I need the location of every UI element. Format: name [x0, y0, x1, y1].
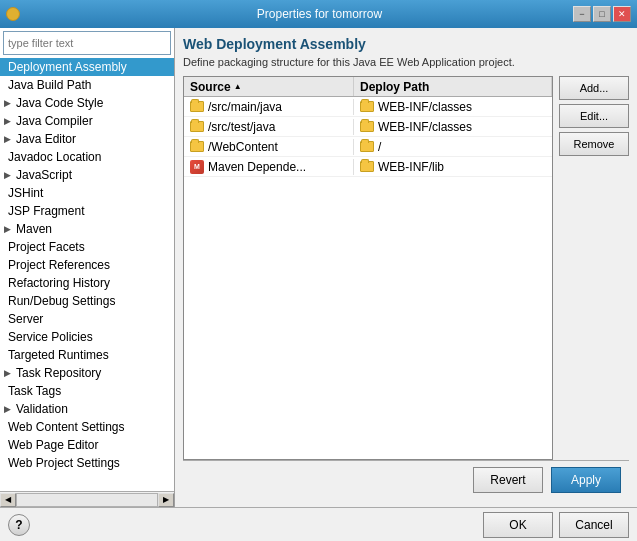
nav-item-label: Project References [8, 258, 110, 272]
remove-button[interactable]: Remove [559, 132, 629, 156]
nav-item-label: Project Facets [8, 240, 85, 254]
nav-item-label: Web Project Settings [8, 456, 120, 470]
deploy-cell: / [354, 139, 552, 155]
nav-item[interactable]: ▶Task Repository [0, 364, 174, 382]
nav-item-label: Server [8, 312, 43, 326]
nav-item[interactable]: ▶Java Compiler [0, 112, 174, 130]
deploy-cell: WEB-INF/classes [354, 119, 552, 135]
folder-icon [360, 101, 374, 112]
nav-item[interactable]: Service Policies [0, 328, 174, 346]
expand-arrow-icon: ▶ [4, 368, 11, 378]
assembly-area: Source ▲ Deploy Path /src/main/javaWEB-I… [183, 76, 629, 460]
left-panel: Deployment AssemblyJava Build Path▶Java … [0, 28, 175, 507]
right-panel: Web Deployment Assembly Define packaging… [175, 28, 637, 507]
nav-item-label: Task Tags [8, 384, 61, 398]
panel-title: Web Deployment Assembly [183, 36, 629, 52]
nav-item[interactable]: Deployment Assembly [0, 58, 174, 76]
scroll-track[interactable] [16, 493, 158, 507]
source-text: /WebContent [208, 140, 278, 154]
nav-item[interactable]: Targeted Runtimes [0, 346, 174, 364]
nav-item-label: Task Repository [16, 366, 101, 380]
deploy-text: / [378, 140, 381, 154]
folder-icon [360, 121, 374, 132]
nav-item[interactable]: Server [0, 310, 174, 328]
nav-item-label: Web Page Editor [8, 438, 99, 452]
table-body: /src/main/javaWEB-INF/classes/src/test/j… [184, 97, 552, 459]
nav-item[interactable]: Run/Debug Settings [0, 292, 174, 310]
nav-item[interactable]: JSHint [0, 184, 174, 202]
cancel-button[interactable]: Cancel [559, 512, 629, 538]
nav-item-label: Service Policies [8, 330, 93, 344]
nav-item-label: Web Content Settings [8, 420, 125, 434]
nav-item[interactable]: ▶JavaScript [0, 166, 174, 184]
folder-icon [360, 161, 374, 172]
table-header: Source ▲ Deploy Path [184, 77, 552, 97]
source-text: /src/test/java [208, 120, 275, 134]
source-column-header: Source ▲ [184, 77, 354, 96]
nav-item-label: JavaScript [16, 168, 72, 182]
nav-item[interactable]: Web Content Settings [0, 418, 174, 436]
nav-item[interactable]: JSP Fragment [0, 202, 174, 220]
nav-item[interactable]: Web Page Editor [0, 436, 174, 454]
sort-arrow-icon: ▲ [234, 82, 242, 91]
deploy-text: WEB-INF/classes [378, 120, 472, 134]
nav-item-label: Java Compiler [16, 114, 93, 128]
dialog-title: Properties for tomorrow [66, 7, 573, 21]
ok-button[interactable]: OK [483, 512, 553, 538]
deploy-cell: WEB-INF/classes [354, 99, 552, 115]
table-row[interactable]: MMaven Depende...WEB-INF/lib [184, 157, 552, 177]
source-cell: /src/main/java [184, 99, 354, 115]
nav-item[interactable]: ▶Validation [0, 400, 174, 418]
table-row[interactable]: /src/test/javaWEB-INF/classes [184, 117, 552, 137]
folder-icon [190, 121, 204, 132]
maven-icon: M [190, 160, 204, 174]
edit-button[interactable]: Edit... [559, 104, 629, 128]
scroll-left-btn[interactable]: ◀ [0, 493, 16, 507]
revert-button[interactable]: Revert [473, 467, 543, 493]
nav-item-label: Targeted Runtimes [8, 348, 109, 362]
close-button[interactable]: ✕ [613, 6, 631, 22]
nav-item-label: Java Build Path [8, 78, 91, 92]
filter-input[interactable] [3, 31, 171, 55]
nav-item-label: Java Editor [16, 132, 76, 146]
title-bar-controls: − □ ✕ [573, 6, 631, 22]
nav-item[interactable]: ▶Maven [0, 220, 174, 238]
nav-item-label: Deployment Assembly [8, 60, 127, 74]
apply-button[interactable]: Apply [551, 467, 621, 493]
nav-item[interactable]: ▶Java Editor [0, 130, 174, 148]
nav-item-label: JSP Fragment [8, 204, 84, 218]
expand-arrow-icon: ▶ [4, 224, 11, 234]
maximize-button[interactable]: □ [593, 6, 611, 22]
horizontal-scrollbar[interactable]: ◀ ▶ [0, 491, 174, 507]
nav-item-label: Java Code Style [16, 96, 103, 110]
nav-item[interactable]: Javadoc Location [0, 148, 174, 166]
nav-item[interactable]: Refactoring History [0, 274, 174, 292]
scroll-right-btn[interactable]: ▶ [158, 493, 174, 507]
source-text: /src/main/java [208, 100, 282, 114]
nav-item[interactable]: ▶Java Code Style [0, 94, 174, 112]
nav-item[interactable]: Project References [0, 256, 174, 274]
table-row[interactable]: /WebContent/ [184, 137, 552, 157]
nav-item-label: Validation [16, 402, 68, 416]
table-row[interactable]: /src/main/javaWEB-INF/classes [184, 97, 552, 117]
expand-arrow-icon: ▶ [4, 98, 11, 108]
help-button[interactable]: ? [8, 514, 30, 536]
minimize-button[interactable]: − [573, 6, 591, 22]
deploy-text: WEB-INF/lib [378, 160, 444, 174]
add-button[interactable]: Add... [559, 76, 629, 100]
folder-icon [190, 101, 204, 112]
assembly-table: Source ▲ Deploy Path /src/main/javaWEB-I… [183, 76, 553, 460]
bottom-bar: Revert Apply [183, 460, 629, 499]
side-buttons: Add... Edit... Remove [559, 76, 629, 460]
source-text: Maven Depende... [208, 160, 306, 174]
nav-item[interactable]: Project Facets [0, 238, 174, 256]
folder-icon [360, 141, 374, 152]
footer-bar: ? OK Cancel [0, 507, 637, 541]
expand-arrow-icon: ▶ [4, 134, 11, 144]
nav-item[interactable]: Java Build Path [0, 76, 174, 94]
source-cell: /WebContent [184, 139, 354, 155]
nav-item[interactable]: Task Tags [0, 382, 174, 400]
nav-item-label: JSHint [8, 186, 43, 200]
nav-item[interactable]: Web Project Settings [0, 454, 174, 472]
expand-arrow-icon: ▶ [4, 404, 11, 414]
